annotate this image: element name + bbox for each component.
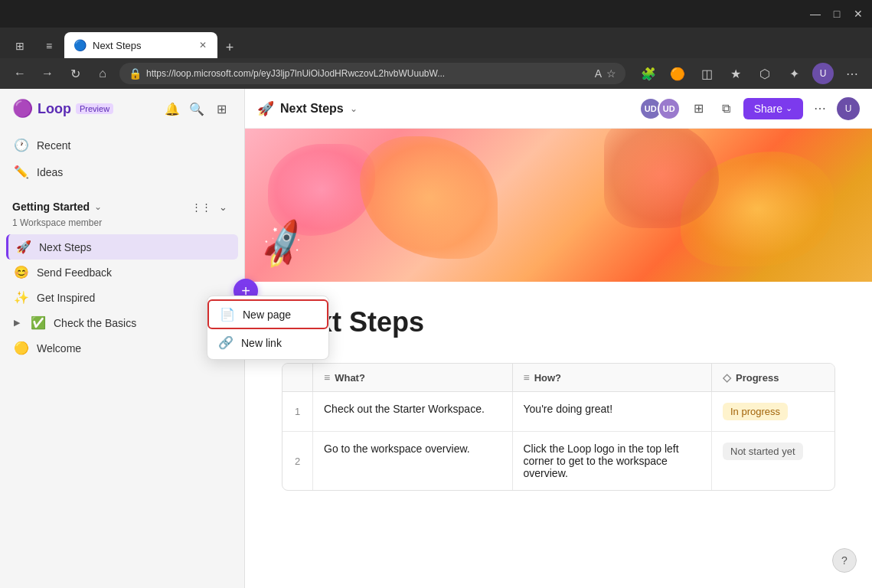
td-row1-progress[interactable]: In progress <box>712 392 834 431</box>
workspace-member-count: 1 Workspace member <box>12 217 232 228</box>
th-what: ≡ What? <box>313 364 513 391</box>
user-profile-button[interactable]: U <box>837 97 860 120</box>
browser-tab[interactable]: 🔵 Next Steps ✕ <box>64 32 217 58</box>
window-controls: — □ ✕ <box>811 9 863 18</box>
hero-blob-4 <box>604 129 719 228</box>
sidebar-item-recent[interactable]: 🕐 Recent <box>6 132 238 158</box>
ideas-icon: ✏️ <box>14 165 29 179</box>
back-button[interactable]: ← <box>9 63 31 84</box>
sidebar-nav: 🕐 Recent ✏️ Ideas <box>0 129 244 188</box>
workspace-chevron-icon[interactable]: ⌄ <box>94 201 102 212</box>
loop-preview-badge: Preview <box>76 103 113 114</box>
notifications-button[interactable]: 🔔 <box>162 98 183 119</box>
collections-icon[interactable]: ◫ <box>696 63 717 84</box>
page-item-send-feedback[interactable]: 😊 Send Feedback <box>6 260 238 285</box>
main-content: 🚀 Next Steps ⌄ UD UD ⊞ ⧉ Share ⌄ ⋯ U <box>245 89 872 588</box>
table-row: 2 Go to the workspace overview. Click th… <box>283 432 834 490</box>
address-input[interactable]: 🔒 https://loop.microsoft.com/p/eyJ3ljp7l… <box>119 63 625 84</box>
grid-button[interactable]: ⊞ <box>211 98 232 119</box>
search-button[interactable]: 🔍 <box>186 98 207 119</box>
browser-profile-button[interactable]: U <box>812 63 834 84</box>
help-button[interactable]: ? <box>832 548 857 573</box>
task-table: ≡ What? ≡ How? ◇ Progress 1 Check out <box>282 363 835 491</box>
new-page-icon: 📄 <box>220 307 235 322</box>
popup-new-page[interactable]: 📄 New page <box>207 299 328 329</box>
url-text: https://loop.microsoft.com/p/eyJ3ljp7lnU… <box>146 68 445 79</box>
sidebar-header: 🟣 Loop Preview 🔔 🔍 ⊞ <box>0 89 244 129</box>
tab-extensions-icon[interactable]: ⊞ <box>6 34 34 58</box>
top-actions: ⊞ ⧉ Share ⌄ ⋯ U <box>688 97 860 120</box>
hero-blob-2 <box>360 136 498 259</box>
welcome-icon: 🟡 <box>14 341 29 355</box>
minimize-button[interactable]: — <box>811 9 820 18</box>
more-options-icon[interactable]: ⋯ <box>809 98 831 119</box>
copy-icon[interactable]: ⧉ <box>716 98 737 119</box>
browser-favorites-icon[interactable]: ★ <box>725 63 746 84</box>
title-chevron-icon[interactable]: ⌄ <box>350 103 358 114</box>
page-item-get-inspired[interactable]: ✨ Get Inspired <box>6 285 238 310</box>
tab-menu-icon[interactable]: ≡ <box>35 34 63 58</box>
th-progress: ◇ Progress <box>712 364 834 391</box>
expand-icon[interactable]: ▶ <box>14 318 20 328</box>
workspace-header-row: Getting Started ⌄ ⋮⋮ ⌄ <box>12 198 232 216</box>
td-row1-num: 1 <box>283 392 313 431</box>
how-header-icon: ≡ <box>524 371 530 384</box>
sidebar-recent-label: Recent <box>37 139 70 152</box>
extensions-icon[interactable]: 🧩 <box>638 63 659 84</box>
workspace-sort-button[interactable]: ⋮⋮ <box>192 198 211 216</box>
progress-header-icon: ◇ <box>723 371 731 384</box>
app-container: 🟣 Loop Preview 🔔 🔍 ⊞ 🕐 Recent ✏️ Ideas <box>0 89 872 588</box>
td-row2-progress[interactable]: Not started yet <box>712 432 834 490</box>
what-header-label: What? <box>335 372 365 384</box>
loop-logo[interactable]: 🟣 Loop Preview <box>12 99 113 119</box>
avatar-2[interactable]: UD <box>658 97 681 120</box>
apps-icon[interactable]: ⊞ <box>688 98 710 119</box>
loop-logo-icon: 🟣 <box>12 99 33 119</box>
page-item-welcome[interactable]: 🟡 Welcome <box>6 335 238 361</box>
page-heading: Next Steps <box>282 306 835 338</box>
page-item-label: Welcome <box>37 342 81 354</box>
home-button[interactable]: ⌂ <box>92 63 113 84</box>
refresh-button[interactable]: ↻ <box>64 63 86 84</box>
more-menu-icon[interactable]: ⋯ <box>841 63 863 84</box>
tab-title: Next Steps <box>93 40 191 51</box>
progress-badge-in-progress: In progress <box>723 403 788 420</box>
page-item-next-steps[interactable]: 🚀 Next Steps <box>6 234 238 260</box>
table-row: 1 Check out the Starter Workspace. You'r… <box>283 392 834 432</box>
page-item-label: Check the Basics <box>54 317 136 329</box>
tab-favicon: 🔵 <box>73 39 87 51</box>
page-item-check-basics[interactable]: ▶ ✅ Check the Basics <box>6 310 238 335</box>
popup-new-page-label: New page <box>243 309 291 321</box>
sidebar-header-actions: 🔔 🔍 ⊞ <box>162 98 232 119</box>
translate-icon[interactable]: A <box>595 67 602 80</box>
toolbar-icons: 🧩 🟠 ◫ ★ ⬡ ✦ U ⋯ <box>638 63 863 84</box>
sidebar: 🟣 Loop Preview 🔔 🔍 ⊞ 🕐 Recent ✏️ Ideas <box>0 89 245 588</box>
tab-close-icon[interactable]: ✕ <box>198 38 208 52</box>
forward-button[interactable]: → <box>37 63 58 84</box>
th-num <box>283 364 313 391</box>
tab-bar: ⊞ ≡ 🔵 Next Steps ✕ + <box>0 28 872 58</box>
bing-icon[interactable]: ⬡ <box>754 63 776 84</box>
sidebar-item-ideas[interactable]: ✏️ Ideas <box>6 158 238 185</box>
favorites-icon[interactable]: ☆ <box>606 67 616 80</box>
popup-new-link[interactable]: 🔗 New link <box>207 329 328 356</box>
td-row1-how: You're doing great! <box>513 392 713 431</box>
copilot-icon[interactable]: ✦ <box>783 63 805 84</box>
maximize-button[interactable]: □ <box>832 9 841 18</box>
workspace-expand-button[interactable]: ⌄ <box>214 198 232 216</box>
share-label: Share <box>754 103 782 115</box>
popup-new-link-label: New link <box>241 337 282 349</box>
new-tab-button[interactable]: + <box>219 37 240 58</box>
progress-header-label: Progress <box>736 372 779 384</box>
page-title-bar: 🚀 Next Steps ⌄ <box>257 100 632 117</box>
edge-icon[interactable]: 🟠 <box>667 63 688 84</box>
table-header-row: ≡ What? ≡ How? ◇ Progress <box>283 364 834 392</box>
close-button[interactable]: ✕ <box>854 9 863 18</box>
page-item-label: Next Steps <box>39 241 91 253</box>
popup-menu: 📄 New page 🔗 New link <box>207 296 329 360</box>
content-topbar: 🚀 Next Steps ⌄ UD UD ⊞ ⧉ Share ⌄ ⋯ U <box>245 89 872 129</box>
workspace-title-area: Getting Started ⌄ <box>12 201 102 213</box>
share-button[interactable]: Share ⌄ <box>743 98 803 119</box>
address-bar: ← → ↻ ⌂ 🔒 https://loop.microsoft.com/p/e… <box>0 58 872 89</box>
how-header-label: How? <box>534 372 561 384</box>
